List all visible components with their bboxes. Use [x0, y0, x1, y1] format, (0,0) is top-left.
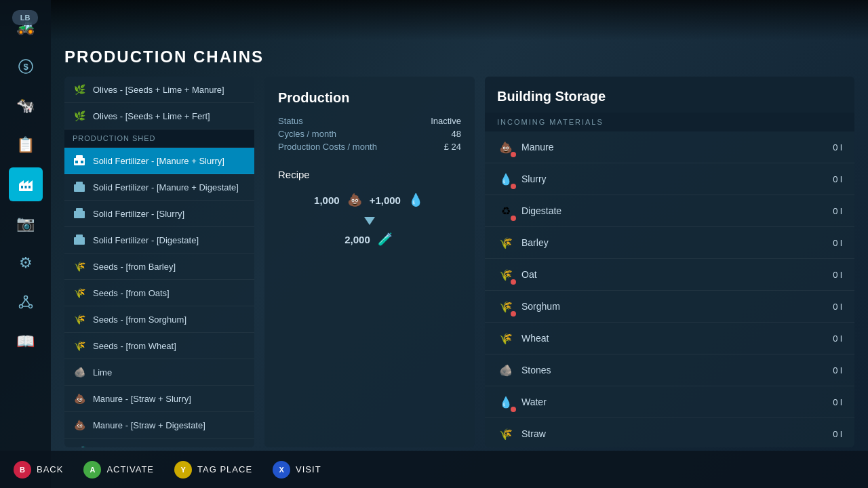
- storage-item-barley: 🌾 Barley 0 l: [485, 227, 854, 259]
- manure-digestate-icon: 💩: [73, 418, 86, 432]
- cycles-label: Cycles / month: [278, 129, 424, 139]
- svg-rect-7: [24, 186, 26, 188]
- visit-label: VISIT: [296, 464, 321, 474]
- activate-button[interactable]: A ACTIVATE: [83, 461, 154, 479]
- back-label: BACK: [37, 464, 63, 474]
- storage-scroll[interactable]: INCOMING MATERIALS 💩 Manure 0 l 💧 Slurry: [485, 113, 854, 447]
- list-item-solid-fert-slurry[interactable]: Solid Fertilizer - [Slurry]: [64, 201, 254, 227]
- seeds-wheat-icon: 🌾: [73, 339, 86, 352]
- stones-name: Stones: [521, 365, 815, 375]
- list-item-olives-lime-manure[interactable]: 🌿 Olives - [Seeds + Lime + Manure]: [64, 77, 254, 103]
- camera-icon[interactable]: 📷: [9, 207, 43, 241]
- list-item-solid-fert-manure-digestate[interactable]: Solid Fertilizer - [Manure + Digestate]: [64, 174, 254, 201]
- slurry-value: 0 l: [822, 174, 842, 184]
- slurry-dot: [511, 184, 516, 189]
- production-title: Production: [278, 90, 461, 106]
- storage-item-straw: 🌾 Straw 0 l: [485, 418, 854, 447]
- left-sidebar: 🚜 $ 🐄 📋 📷 ⚙ 📖: [0, 0, 51, 488]
- oat-name: Oat: [521, 269, 815, 280]
- storage-title: Building Storage: [497, 89, 842, 104]
- svg-rect-22: [76, 208, 83, 211]
- list-item-seeds-wheat[interactable]: 🌾 Seeds - [from Wheat]: [64, 333, 254, 359]
- list-scroll[interactable]: 🌿 Olives - [Seeds + Lime + Manure] 🌿 Oli…: [64, 77, 254, 447]
- svg-line-12: [22, 300, 26, 306]
- page-title: PRODUCTION CHAINS: [64, 47, 854, 66]
- list-item-solid-fert-digestate[interactable]: Solid Fertilizer - [Digestate]: [64, 227, 254, 253]
- water-dot: [511, 407, 516, 412]
- straw-value: 0 l: [822, 429, 842, 439]
- cow-icon[interactable]: 🐄: [9, 89, 43, 123]
- oat-storage-icon: 🌾: [497, 266, 515, 283]
- oat-value: 0 l: [822, 270, 842, 280]
- list-item-solid-fert-manure-slurry[interactable]: Solid Fertilizer - [Manure + Slurry]: [64, 148, 254, 174]
- storage-item-digestate: ♻ Digestate 0 l: [485, 195, 854, 227]
- incoming-header: INCOMING MATERIALS: [485, 113, 854, 131]
- wheat-name: Wheat: [521, 333, 815, 344]
- digestate-storage-icon: ♻: [497, 202, 515, 220]
- wheat-storage-icon: 🌾: [497, 329, 515, 347]
- list-item-seeds-sorghum[interactable]: 🌾 Seeds - [from Sorghum]: [64, 306, 254, 333]
- factory-icon[interactable]: [9, 167, 43, 201]
- clipboard-icon[interactable]: 📋: [9, 128, 43, 162]
- svg-point-10: [19, 305, 22, 308]
- lb-button[interactable]: LB: [12, 10, 38, 25]
- recipe-inputs: 1,000 💩 +1,000 💧: [278, 190, 461, 209]
- solid-fert-icon-4: [73, 233, 86, 247]
- activate-label: ACTIVATE: [106, 464, 154, 474]
- list-item-olives-lime-fert[interactable]: 🌿 Olives - [Seeds + Lime + Fert]: [64, 103, 254, 129]
- list-item-lime[interactable]: 🪨 Lime: [64, 359, 254, 386]
- gear-icon[interactable]: ⚙: [9, 246, 43, 280]
- svg-marker-25: [364, 217, 375, 225]
- sorghum-value: 0 l: [822, 302, 842, 312]
- sorghum-storage-icon: 🌾: [497, 298, 515, 315]
- back-button[interactable]: B BACK: [14, 461, 63, 479]
- list-item-manure-straw-digestate[interactable]: 💩 Manure - [Straw + Digestate]: [64, 412, 254, 439]
- oat-dot: [511, 279, 516, 285]
- dollar-icon[interactable]: $: [9, 49, 43, 83]
- production-panel: Production Status Inactive Cycles / mont…: [264, 77, 475, 447]
- status-label: Status: [278, 116, 424, 126]
- book-icon[interactable]: 📖: [9, 325, 43, 359]
- a-button-icon: A: [83, 461, 101, 479]
- svg-rect-18: [81, 161, 83, 163]
- svg-rect-8: [28, 186, 31, 188]
- lime-icon: 🪨: [73, 365, 86, 379]
- wheat-value: 0 l: [822, 333, 842, 344]
- digestate-name: Digestate: [521, 205, 815, 216]
- storage-item-oat: 🌾 Oat 0 l: [485, 259, 854, 291]
- bottom-bar: B BACK A ACTIVATE Y TAG PLACE X VISIT: [0, 451, 868, 488]
- olive-icon: 🌿: [73, 83, 86, 96]
- list-item-herbicide[interactable]: 🧪 Herbicide: [64, 439, 254, 447]
- list-item-seeds-oats[interactable]: 🌾 Seeds - [from Oats]: [64, 280, 254, 306]
- main-content: PRODUCTION CHAINS 🌿 Olives - [Seeds + Li…: [51, 0, 868, 488]
- manure-dot: [511, 152, 516, 157]
- costs-value: £ 24: [431, 142, 461, 152]
- status-value: Inactive: [431, 116, 461, 126]
- manure-slurry-icon: 💩: [73, 392, 86, 405]
- seeds-oats-icon: 🌾: [73, 286, 86, 300]
- svg-point-9: [24, 296, 27, 300]
- barley-value: 0 l: [822, 238, 842, 248]
- herbicide-icon: 🧪: [73, 445, 86, 447]
- list-item-manure-straw-slurry[interactable]: 💩 Manure - [Straw + Slurry]: [64, 386, 254, 412]
- svg-rect-16: [76, 155, 83, 159]
- panels-row: 🌿 Olives - [Seeds + Lime + Manure] 🌿 Oli…: [64, 77, 854, 447]
- storage-item-slurry: 💧 Slurry 0 l: [485, 163, 854, 195]
- visit-button[interactable]: X VISIT: [273, 461, 321, 479]
- seeds-sorghum-icon: 🌾: [73, 312, 86, 326]
- list-item-seeds-barley[interactable]: 🌾 Seeds - [from Barley]: [64, 253, 254, 280]
- digestate-dot: [511, 216, 516, 221]
- digestate-value: 0 l: [822, 206, 842, 216]
- tag-place-label: TAG PLACE: [197, 464, 252, 474]
- tag-place-button[interactable]: Y TAG PLACE: [174, 461, 252, 479]
- manure-storage-icon: 💩: [497, 138, 515, 156]
- input1-amount: 1,000: [314, 195, 340, 206]
- manure-name: Manure: [521, 142, 815, 152]
- production-stats: Status Inactive Cycles / month 48 Produc…: [278, 116, 461, 152]
- network-icon[interactable]: [9, 285, 43, 319]
- water-name: Water: [521, 396, 815, 407]
- svg-rect-6: [21, 186, 23, 188]
- sorghum-dot: [511, 311, 516, 317]
- stones-storage-icon: 🪨: [497, 361, 515, 379]
- svg-text:$: $: [23, 62, 28, 72]
